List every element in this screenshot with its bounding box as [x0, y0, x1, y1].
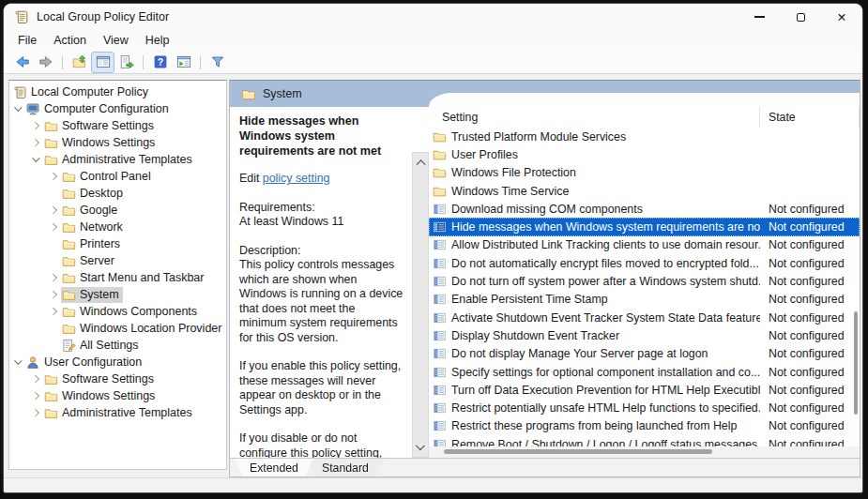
menu-item[interactable]: Action [45, 32, 95, 49]
tree-item[interactable]: Software Settings [9, 117, 226, 134]
toolbar-button[interactable] [200, 55, 201, 69]
close-button[interactable] [821, 4, 862, 30]
folder-icon [62, 170, 76, 184]
tree-item[interactable]: Server [9, 252, 226, 269]
tree-item[interactable]: Network [9, 219, 226, 235]
chevron-icon[interactable] [30, 376, 43, 382]
chevron-icon[interactable] [30, 159, 43, 161]
chevron-icon[interactable] [48, 309, 61, 314]
setting-name: Do not display Manage Your Server page a… [451, 347, 760, 360]
list-item[interactable]: Display Shutdown Event Tracker Not confi… [429, 326, 860, 344]
chevron-icon[interactable] [48, 342, 61, 348]
list-item[interactable]: Download missing COM components Not conf… [429, 200, 860, 218]
chevron-icon[interactable] [48, 190, 61, 196]
list-item[interactable]: Turn off Data Execution Prevention for H… [429, 381, 860, 399]
list-item[interactable]: Trusted Platform Module Services [429, 128, 860, 145]
list-item[interactable]: Allow Distributed Link Tracking clients … [429, 236, 860, 254]
horizontal-scrollbar-thumb[interactable] [444, 449, 712, 454]
tree-item-label: Control Panel [80, 170, 151, 183]
back-button[interactable] [11, 53, 33, 72]
console-button[interactable] [92, 53, 114, 72]
list-vertical-scrollbar-thumb[interactable] [854, 311, 858, 415]
tree-item[interactable]: Administrative Templates [9, 404, 226, 421]
setting-state: Not configured [760, 220, 860, 234]
policy-icon [433, 347, 447, 360]
description-scrollbar[interactable] [412, 152, 429, 458]
chevron-icon[interactable] [48, 258, 61, 264]
pane-header-title: System [263, 87, 302, 100]
tree-item[interactable]: Desktop [9, 185, 226, 202]
menu-item[interactable]: View [95, 32, 137, 49]
list-item[interactable]: Hide messages when Windows system requir… [429, 218, 860, 235]
tree-item[interactable]: Software Settings [9, 370, 226, 387]
tree-item[interactable]: Control Panel [9, 168, 226, 185]
toolbar-button[interactable] [143, 55, 144, 69]
list-item[interactable]: User Profiles [429, 145, 860, 163]
chevron-icon[interactable] [48, 325, 61, 331]
chevron-icon[interactable] [12, 361, 25, 364]
folder-icon [62, 220, 76, 234]
list-item[interactable]: Do not turn off system power after a Win… [429, 272, 860, 290]
list-item[interactable]: Do not display Manage Your Server page a… [429, 345, 860, 363]
view-tab[interactable]: Standard [307, 459, 384, 476]
chevron-icon[interactable] [48, 174, 61, 179]
tree-item[interactable]: Computer Configuration [9, 100, 226, 117]
list-item[interactable]: Specify settings for optional component … [429, 363, 860, 381]
export-button[interactable] [115, 53, 137, 72]
chevron-icon[interactable] [48, 241, 61, 247]
settings-list: Setting State Trusted Platform Module Se… [429, 107, 860, 458]
chevron-icon[interactable] [12, 108, 25, 111]
list-item[interactable]: Restrict these programs from being launc… [429, 417, 860, 435]
chevron-icon[interactable] [30, 140, 43, 145]
list-item[interactable]: Activate Shutdown Event Tracker System S… [429, 309, 860, 326]
chevron-icon[interactable] [48, 224, 61, 230]
tree-item[interactable]: User Configuration [9, 354, 226, 370]
setting-state: Not configured [760, 238, 860, 251]
description-label: Description: [239, 244, 404, 259]
scroll-down-icon[interactable] [416, 443, 425, 452]
minimize-button[interactable] [739, 4, 780, 30]
setting-name: Activate Shutdown Event Tracker System S… [451, 311, 760, 325]
tree-item[interactable]: Start Menu and Taskbar [9, 269, 226, 286]
tree-item[interactable]: Windows Location Provider [9, 320, 226, 337]
scroll-up-icon[interactable] [416, 158, 425, 167]
chevron-icon[interactable] [30, 123, 43, 129]
tree-item[interactable]: System [9, 286, 226, 303]
chevron-icon[interactable] [30, 393, 43, 399]
tree-item[interactable]: Windows Components [9, 303, 226, 320]
tree-item[interactable]: Windows Settings [9, 387, 226, 404]
upfolder-button[interactable] [69, 53, 90, 72]
list-item[interactable]: Windows File Protection [429, 164, 860, 182]
tree-item[interactable]: Local Computer Policy [9, 83, 226, 100]
chevron-icon[interactable] [48, 207, 61, 213]
setting-state: Not configured [760, 275, 860, 288]
setting-state: Not configured [760, 438, 860, 446]
list-item[interactable]: Restrict potentially unsafe HTML Help fu… [429, 399, 860, 416]
list-item[interactable]: Enable Persistent Time Stamp Not configu… [429, 291, 860, 309]
column-header-state[interactable]: State [760, 107, 860, 128]
toolbar-button[interactable] [62, 55, 63, 69]
menu-item[interactable]: Help [137, 32, 178, 49]
maximize-button[interactable] [780, 4, 821, 30]
list-item[interactable]: Do not automatically encrypt files moved… [429, 254, 860, 272]
tree-item[interactable]: Printers [9, 235, 226, 252]
console2-button[interactable] [173, 53, 194, 72]
list-item[interactable]: Remove Boot / Shutdown / Logon / Logoff … [429, 435, 860, 446]
tree-item[interactable]: Windows Settings [9, 134, 226, 151]
chevron-icon[interactable] [48, 275, 61, 280]
folder-icon [62, 237, 76, 251]
filter-button[interactable] [206, 53, 228, 72]
tree-item[interactable]: Google [9, 202, 226, 219]
help-button[interactable] [149, 53, 171, 72]
tree-item[interactable]: Administrative Templates [9, 151, 226, 168]
forward-button[interactable] [35, 53, 56, 72]
menu-item[interactable]: File [9, 32, 45, 49]
policy-setting-link[interactable]: policy setting [263, 172, 330, 185]
list-item[interactable]: Windows Time Service [429, 182, 860, 200]
horizontal-scrollbar[interactable] [429, 446, 860, 458]
tree-item[interactable]: All Settings [9, 337, 226, 354]
view-tab[interactable]: Extended [235, 459, 313, 476]
column-header-setting[interactable]: Setting [429, 107, 760, 128]
chevron-icon[interactable] [30, 410, 43, 416]
chevron-icon[interactable] [48, 292, 61, 297]
